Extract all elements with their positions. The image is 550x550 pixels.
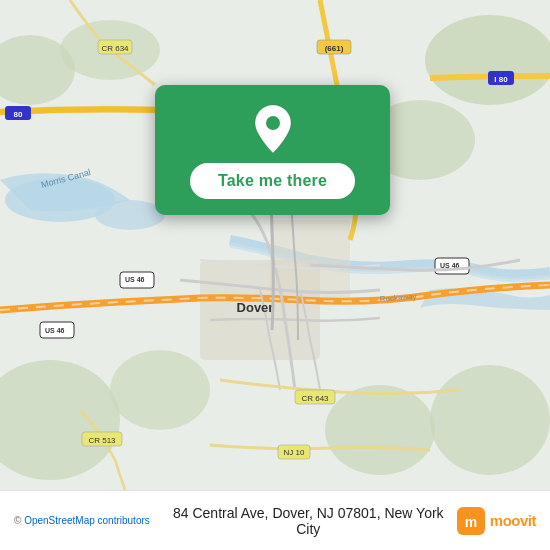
copyright-text: © OpenStreetMap contributors	[14, 515, 150, 526]
svg-point-7	[110, 350, 210, 430]
svg-point-3	[425, 15, 550, 105]
svg-rect-12	[270, 220, 350, 300]
svg-text:m: m	[465, 514, 477, 530]
svg-text:US 46: US 46	[45, 327, 65, 334]
svg-text:NJ 10: NJ 10	[284, 448, 305, 457]
svg-text:CR 513: CR 513	[88, 436, 116, 445]
location-pin-icon	[251, 103, 295, 155]
svg-text:CR 643: CR 643	[301, 394, 329, 403]
osm-link[interactable]: OpenStreetMap contributors	[24, 515, 150, 526]
bottom-bar: © OpenStreetMap contributors 84 Central …	[0, 490, 550, 550]
popup-card: Take me there	[155, 85, 390, 215]
svg-text:I 80: I 80	[494, 75, 508, 84]
svg-text:CR 634: CR 634	[101, 44, 129, 53]
copyright-symbol: ©	[14, 515, 21, 526]
svg-text:80: 80	[14, 110, 23, 119]
svg-text:Dover: Dover	[237, 300, 274, 315]
svg-point-8	[325, 385, 435, 475]
svg-point-5	[430, 365, 550, 475]
map-container: 80 I 80 (661) (661) CR 634 US 46 US 46 U…	[0, 0, 550, 490]
address-text: 84 Central Ave, Dover, NJ 07801, New Yor…	[160, 505, 457, 537]
moovit-logo: m moovit	[457, 507, 536, 535]
svg-text:US 46: US 46	[125, 276, 145, 283]
svg-point-38	[266, 116, 280, 130]
map-svg: 80 I 80 (661) (661) CR 634 US 46 US 46 U…	[0, 0, 550, 490]
take-me-there-button[interactable]: Take me there	[190, 163, 355, 199]
svg-text:(661): (661)	[325, 44, 344, 53]
moovit-label: moovit	[490, 512, 536, 529]
moovit-icon: m	[457, 507, 485, 535]
